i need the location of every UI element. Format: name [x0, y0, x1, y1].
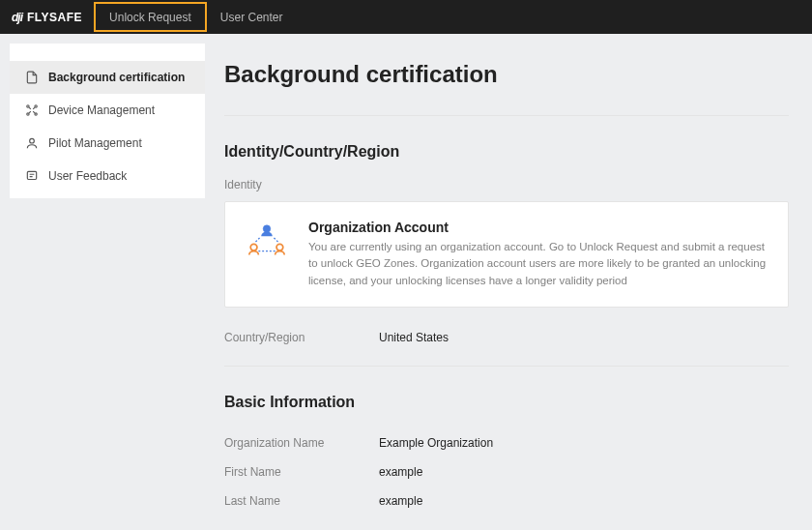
field-label: First Name [224, 465, 379, 479]
identity-title: Organization Account [308, 220, 768, 235]
organization-icon [245, 220, 289, 264]
country-value: United States [379, 331, 449, 344]
brand-name: FLYSAFE [27, 11, 82, 24]
brand-logo[interactable]: dji FLYSAFE [0, 11, 94, 24]
sidebar-item-device-management[interactable]: Device Management [10, 94, 205, 127]
topbar: dji FLYSAFE Unlock Request User Center [0, 0, 812, 34]
identity-text: Organization Account You are currently u… [308, 220, 768, 289]
section-identity-heading: Identity/Country/Region [224, 143, 789, 161]
main: Background certification Identity/Countr… [218, 44, 802, 520]
identity-desc: You are currently using an organization … [308, 239, 768, 289]
nav-item-label: User Center [220, 11, 283, 24]
field-value: example [379, 494, 422, 508]
section-basic-heading: Basic Information [224, 394, 789, 411]
svg-point-0 [27, 105, 29, 107]
svg-point-4 [30, 138, 35, 143]
field-row: Organization Name Example Organization [224, 428, 789, 457]
page-title: Background certification [224, 61, 789, 115]
field-row: Last Name example [224, 486, 789, 515]
identity-label: Identity [224, 178, 789, 191]
nav-user-center[interactable]: User Center [207, 0, 297, 34]
country-row: Country/Region United States [224, 323, 789, 352]
country-label: Country/Region [224, 331, 379, 344]
brand-prefix: dji [12, 11, 22, 24]
svg-point-3 [35, 113, 37, 115]
feedback-icon [25, 169, 39, 183]
divider [224, 366, 789, 367]
nav-item-label: Unlock Request [109, 11, 191, 24]
field-row: First Name example [224, 457, 789, 486]
field-label: Last Name [224, 494, 379, 508]
sidebar: Background certification Device Manageme… [10, 44, 205, 198]
sidebar-item-label: Device Management [48, 103, 155, 117]
divider [224, 115, 789, 116]
sidebar-item-label: Pilot Management [48, 136, 142, 150]
identity-box: Organization Account You are currently u… [224, 201, 789, 308]
svg-point-2 [27, 113, 29, 115]
field-label: Organization Name [224, 436, 379, 450]
nav-unlock-request[interactable]: Unlock Request [94, 2, 207, 32]
field-value: Example Organization [379, 436, 493, 450]
drone-icon [25, 103, 39, 117]
svg-point-8 [276, 244, 283, 250]
svg-point-1 [35, 105, 37, 107]
content: Background certification Device Manageme… [0, 34, 812, 530]
pilot-icon [25, 136, 39, 150]
svg-point-6 [263, 225, 271, 233]
svg-rect-5 [27, 171, 36, 179]
sidebar-item-background-certification[interactable]: Background certification [10, 61, 205, 94]
field-value: example [379, 465, 422, 479]
sidebar-item-label: Background certification [48, 71, 185, 84]
sidebar-item-user-feedback[interactable]: User Feedback [10, 160, 205, 192]
svg-point-7 [250, 244, 257, 250]
sidebar-item-pilot-management[interactable]: Pilot Management [10, 127, 205, 160]
document-icon [25, 71, 39, 84]
sidebar-item-label: User Feedback [48, 169, 127, 183]
